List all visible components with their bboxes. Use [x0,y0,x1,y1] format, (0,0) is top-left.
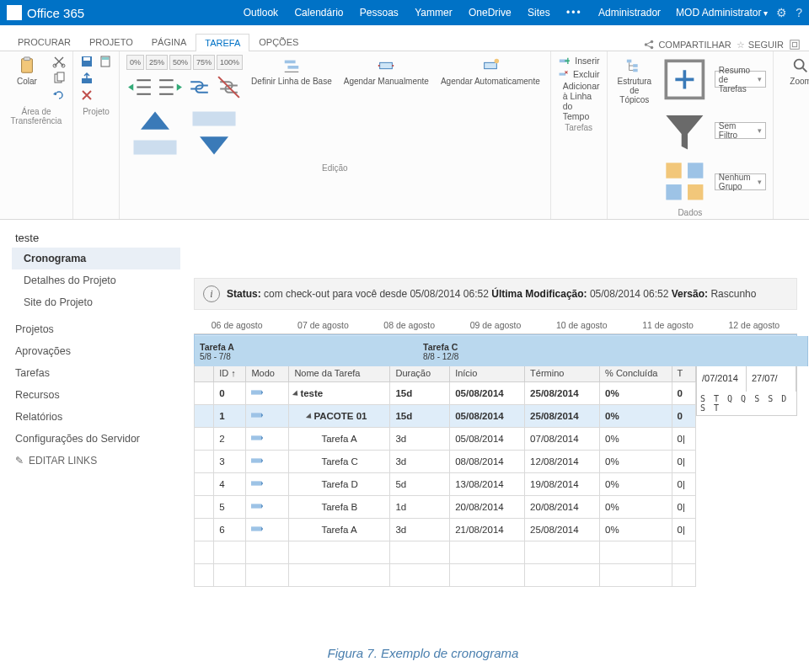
zoom-25[interactable]: 25% [146,55,168,70]
col-end[interactable]: Término [525,365,600,382]
focus-icon [789,39,801,51]
tab-browse[interactable]: PROCURAR [8,33,80,51]
table-row[interactable]: 1PACOTE 0115d05/08/201425/08/20140%0 [195,405,696,428]
cut-icon[interactable] [52,55,66,68]
dd-filter[interactable]: Sem Filtro [660,106,766,156]
sidebar-item-server-settings[interactable]: Configurações do Servidor [12,428,180,450]
col-pct[interactable]: % Concluída [600,365,672,382]
paste-icon [18,56,36,75]
outline-label: Estrutura de Tópicos [618,77,652,104]
sidebar-item-resources[interactable]: Recursos [12,384,180,406]
col-name[interactable]: Nome da Tarefa [289,365,390,382]
dd-summary[interactable]: Resumo de Tarefas [660,55,766,104]
svg-rect-6 [24,57,29,61]
nav-outlook[interactable]: Outlook [244,7,278,19]
follow-button[interactable]: ☆SEGUIR [737,39,784,51]
col-start[interactable]: Início [450,365,525,382]
zoom-button[interactable]: Zoom [780,55,809,88]
sidebar-item-details[interactable]: Detalhes do Projeto [12,269,180,291]
tab-options[interactable]: OPÇÕES [249,33,308,51]
col-t[interactable]: T [672,365,695,382]
col-id[interactable]: ID ↑ [214,365,246,382]
gantt-bar[interactable]: Tarefa C8/8 - 12/8 [418,336,808,366]
ribbon-group-edition: 0% 25% 50% 75% 100% [120,51,551,219]
table-row[interactable]: 2Tarefa A3d05/08/201407/08/20140%0| [195,428,696,451]
sidebar-edit-links[interactable]: ✎EDITAR LINKS [12,450,180,472]
svg-point-1 [651,40,654,44]
zoom-50[interactable]: 50% [169,55,191,70]
table-row-empty[interactable] [195,564,696,587]
insert-icon [558,55,571,67]
gantt-bar[interactable]: Tarefa A5/8 - 7/8 [195,336,429,366]
col-mode[interactable]: Modo [246,365,289,382]
ribbon-group-clipboard: Colar Área de Transferência [0,51,73,219]
table-row[interactable]: 3Tarefa C3d08/08/201412/08/20140%0| [195,451,696,473]
table-row[interactable]: 4Tarefa D5d13/08/201419/08/20140%0| [195,473,696,496]
copy-icon[interactable] [52,72,66,85]
delete-icon [558,69,568,79]
table-row[interactable]: 0teste15d05/08/201425/08/20140%0 [195,382,696,405]
sidebar-item-reports[interactable]: Relatórios [12,406,180,428]
tab-project[interactable]: PROJETO [80,33,142,51]
sidebar-item-tasks[interactable]: Tarefas [12,362,180,384]
gear-icon[interactable]: ⚙ [776,6,787,19]
svg-rect-20 [380,62,393,68]
status-lastmod: 05/08/2014 06:52 [590,288,668,300]
col-select[interactable] [195,365,214,382]
calc-icon[interactable] [99,55,112,68]
outline-button[interactable]: Estrutura de Tópicos [614,55,656,106]
col-duration[interactable]: Duração [390,365,450,382]
focus-button[interactable] [789,39,801,51]
dd-group[interactable]: Nenhum Grupo [660,157,766,206]
nav-sites[interactable]: Sites [528,7,550,19]
nav-onedrive[interactable]: OneDrive [469,7,512,19]
zoom-levels: 0% 25% 50% 75% 100% [126,55,243,70]
task-mode-icon [251,525,263,533]
link-tasks-icon[interactable] [185,73,213,101]
sidebar-item-site[interactable]: Site do Projeto [12,291,180,313]
share-button[interactable]: COMPARTILHAR [643,39,731,51]
help-icon[interactable]: ? [796,6,802,19]
paste-button[interactable]: Colar [7,55,47,88]
suite-nav: Outlook Calendário Pessoas Yammer OneDri… [237,7,667,19]
sidebar-item-schedule[interactable]: Cronograma [12,248,180,269]
nav-calendar[interactable]: Calendário [294,7,343,19]
table-row[interactable]: 6Tarefa A3d21/08/201425/08/20140%0| [195,519,696,541]
user-menu[interactable]: MOD Administrator [676,7,768,19]
schedule-manual-button[interactable]: Agendar Manualmente [340,55,432,88]
zoom-100[interactable]: 100% [217,55,243,70]
add-to-timeline-button[interactable]: Adicionar à Linha do Tempo [558,81,600,121]
outdent-icon[interactable] [126,73,154,101]
row-up-icon[interactable] [126,104,184,162]
close-icon[interactable] [80,88,94,102]
insert-button[interactable]: Inserir [558,55,600,67]
table-row[interactable]: 5Tarefa B1d20/08/201420/08/20140%0| [195,496,696,519]
nav-yammer[interactable]: Yammer [415,7,452,19]
zoom-0[interactable]: 0% [126,55,144,70]
table-row-empty[interactable] [195,541,696,564]
delete-button[interactable]: Excluir [558,69,600,79]
left-sidebar: teste Cronograma Detalhes do Projeto Sit… [12,230,194,472]
nav-admin[interactable]: Administrador [598,7,661,19]
tab-page[interactable]: PÁGINA [142,33,196,51]
undo-icon[interactable] [52,88,66,102]
tab-task[interactable]: TAREFA [196,34,249,51]
nav-more[interactable]: ••• [566,7,582,19]
status-text: com check-out para você desde 05/08/2014… [264,288,489,300]
baseline-button[interactable]: Definir Linha de Base [248,55,335,88]
brand[interactable]: Office 365 [7,5,84,20]
schedule-auto-button[interactable]: Agendar Automaticamente [437,55,544,88]
save-icon[interactable] [80,55,94,68]
gantt-right-pane: /07/2014 27/07/ S T Q Q S S D S T [696,364,797,587]
zoom-75[interactable]: 75% [193,55,215,70]
svg-rect-27 [627,60,632,63]
row-down-icon[interactable] [185,104,243,162]
baseline-label: Definir Linha de Base [251,77,332,86]
sidebar-item-approvals[interactable]: Aprovações [12,340,180,362]
svg-rect-36 [251,391,261,395]
publish-icon[interactable] [80,72,94,85]
sidebar-item-projects[interactable]: Projetos [12,318,180,340]
unlink-tasks-icon[interactable] [215,73,243,101]
nav-people[interactable]: Pessoas [360,7,399,19]
indent-icon[interactable] [156,73,184,101]
